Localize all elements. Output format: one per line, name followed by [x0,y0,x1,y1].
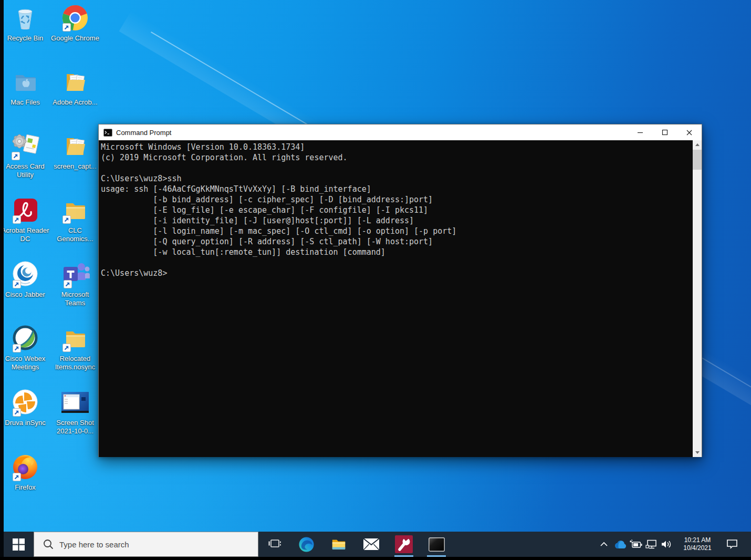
folder-with-documents-icon [61,132,89,161]
taskbar-app-command-prompt[interactable] [424,532,448,557]
desktop-icon-label: Relocated Items.nosync [51,355,99,371]
volume-speaker-icon [660,539,673,549]
taskbar: 10:21 AM 10/4/2021 [0,532,751,557]
terminal-line: [-w local_tun[:remote_tun]] destination … [101,247,690,257]
tray-battery-button[interactable] [628,532,644,557]
access-card-utility-icon [11,132,40,161]
desktop-icon-clc-genomics-folder[interactable]: CLC Genomics... [51,196,99,243]
desktop-icon-label: Recycle Bin [1,34,49,43]
scrollbar-thumb[interactable] [693,150,702,170]
terminal-scrollbar[interactable] [693,140,702,457]
desktop-icon-label: Firefox [1,483,49,492]
desktop-icon-adobe-acrobat-folder[interactable]: Adobe Acrob... [51,68,99,107]
desktop-icon-label: Access Card Utility [1,162,49,179]
minimize-icon [637,129,643,136]
action-center-button[interactable] [721,532,744,557]
command-prompt-taskbar-icon [429,537,445,552]
desktop-icon-mac-files[interactable]: Mac Files [1,68,49,107]
cisco-webex-icon [12,325,39,353]
task-view-button[interactable] [263,532,287,557]
terminal-prompt-line: C:\Users\wuz8> [101,268,690,278]
microsoft-teams-icon [60,261,90,289]
close-button[interactable] [677,125,702,140]
tray-volume-button[interactable] [659,532,674,557]
folder-icon [61,325,89,353]
screenshot-thumbnail-icon [60,389,90,417]
terminal-line: C:\Users\wuz8>ssh [101,173,690,184]
clock-date: 10/4/2021 [683,544,711,552]
desktop-icon-label: Adobe Acrob... [51,98,99,107]
desktop-icon-label: Screen Shot 2021-10-0... [51,419,99,435]
terminal-line: Microsoft Windows [Version 10.0.18363.17… [101,142,690,152]
taskbar-search-box[interactable] [34,532,258,557]
desktop-icon-label: Microsoft Teams [51,291,99,307]
desktop-icon-label: Mac Files [1,98,49,107]
desktop-icon-screen-capt-folder[interactable]: screen_capt... [51,132,99,171]
desktop-icon-druva-insync[interactable]: Druva inSync [1,389,49,427]
minimize-button[interactable] [628,125,652,140]
command-prompt-icon [103,129,112,137]
screen-left-black-edge [0,0,4,560]
desktop-icon-label: Cisco Webex Meetings [1,355,49,371]
terminal-line: [-b bind_address] [-c cipher_spec] [-D [… [101,194,690,205]
wrench-utility-icon [395,535,413,553]
scrollbar-up-button[interactable] [693,140,702,149]
desktop-icon-recycle-bin[interactable]: Recycle Bin [1,4,49,43]
desktop-icon-access-card-utility[interactable]: Access Card Utility [1,132,49,179]
terminal-line: [-l login_name] [-m mac_spec] [-O ctl_cm… [101,226,690,236]
desktop-icon-cisco-jabber[interactable]: Cisco Jabber [1,261,49,299]
battery-charging-icon [629,539,643,549]
terminal-line: [-i identity_file] [-J [user@]host[:port… [101,215,690,226]
terminal-output-area[interactable]: Microsoft Windows [Version 10.0.18363.17… [99,140,702,457]
window-titlebar[interactable]: Command Prompt [99,125,702,140]
desktop-icon-label: screen_capt... [51,162,99,171]
search-icon [43,538,54,550]
chevron-up-icon [599,541,609,548]
folder-icon [61,196,89,225]
windows-desktop: Recycle Bin Google Chrome Mac Files Adob… [0,0,751,560]
ethernet-network-icon [645,539,658,549]
window-title: Command Prompt [116,129,628,137]
desktop-icon-screen-shot-file[interactable]: Screen Shot 2021-10-0... [51,389,99,435]
desktop-icon-google-chrome[interactable]: Google Chrome [51,4,99,43]
terminal-line: [-Q query_option] [-R address] [-S ctl_p… [101,236,690,247]
taskbar-app-edge[interactable] [294,532,318,557]
desktop-icon-label: Google Chrome [51,34,99,43]
maximize-button[interactable] [652,125,677,140]
search-input[interactable] [59,540,233,549]
taskbar-app-file-explorer[interactable] [327,532,351,557]
firefox-icon [12,453,39,482]
folder-with-documents-icon [61,68,89,97]
taskbar-app-mail[interactable] [359,532,383,557]
close-icon [686,129,693,136]
terminal-line: usage: ssh [-46AaCfGgKkMNnqsTtVvXxYy] [-… [101,184,690,194]
cisco-jabber-icon [12,261,39,289]
action-center-icon [726,538,738,550]
screen-bottom-black-edge [0,557,751,560]
desktop-icon-relocated-items-folder[interactable]: Relocated Items.nosync [51,325,99,371]
desktop-icon-label: CLC Genomics... [51,226,99,243]
desktop-icon-microsoft-teams[interactable]: Microsoft Teams [51,261,99,307]
druva-insync-icon [12,389,39,417]
mac-files-folder-icon [12,68,39,97]
desktop-icon-firefox[interactable]: Firefox [1,453,49,492]
scrollbar-down-button[interactable] [693,448,702,457]
desktop-icon-cisco-webex[interactable]: Cisco Webex Meetings [1,325,49,371]
google-chrome-icon [61,4,89,33]
file-explorer-icon [331,536,347,552]
tray-network-button[interactable] [644,532,660,557]
desktop-icon-label: Acrobat Reader DC [1,226,49,243]
desktop-icon-label: Cisco Jabber [1,291,49,299]
tray-hidden-icons-button[interactable] [597,532,611,557]
acrobat-reader-icon [12,196,39,225]
tray-onedrive-button[interactable] [612,532,628,557]
terminal-line [101,163,690,173]
microsoft-edge-icon [298,536,315,553]
taskbar-app-utility-wrench[interactable] [392,532,416,557]
command-prompt-window: Command Prompt Microsoft Windows [Versio… [98,124,702,457]
tray-clock[interactable]: 10:21 AM 10/4/2021 [676,532,718,557]
clock-time: 10:21 AM [684,536,711,544]
desktop-icon-acrobat-reader[interactable]: Acrobat Reader DC [1,196,49,243]
mail-icon [363,538,380,551]
start-button[interactable] [4,532,34,557]
